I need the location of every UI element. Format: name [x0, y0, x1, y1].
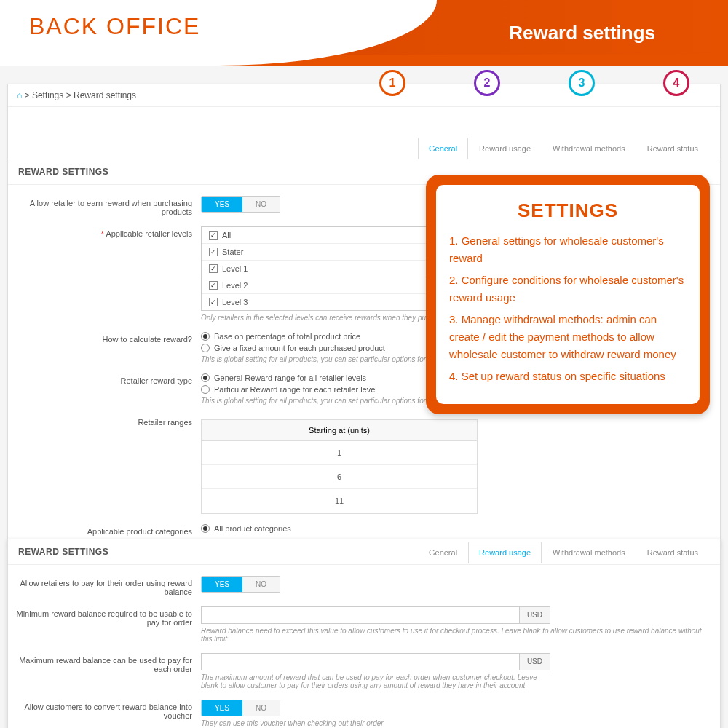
- levels-checklist: ✓All ✓Stater ✓Level 1 ✓Level 2 ✓Level 3: [201, 226, 434, 311]
- callout-title: SETTINGS: [449, 199, 687, 222]
- check-level3[interactable]: ✓Level 3: [202, 294, 433, 310]
- max-balance-help: The maximum amount of reward that can be…: [201, 673, 550, 689]
- check-stater[interactable]: ✓Stater: [202, 244, 433, 261]
- toggle3-yes[interactable]: YES: [202, 700, 242, 716]
- range-row-3[interactable]: 11: [202, 489, 477, 513]
- tabs-row: General Reward usage Withdrawal methods …: [8, 135, 720, 159]
- toggle-allow-pay[interactable]: YES NO: [201, 576, 280, 593]
- tab-general[interactable]: General: [418, 138, 468, 159]
- reward-usage-panel: REWARD SETTINGS General Reward usage Wit…: [7, 539, 721, 728]
- toggle-no[interactable]: NO: [242, 197, 280, 212]
- toggle2-no[interactable]: NO: [242, 577, 280, 592]
- label-allow-earn: Allow retailer to earn reward when purch…: [15, 196, 201, 216]
- label-reward-type: Retailer reward type: [15, 373, 201, 385]
- label-calculate: How to calculate reward?: [15, 332, 201, 344]
- range-row-2[interactable]: 6: [202, 465, 477, 489]
- toggle-allow-earn[interactable]: YES NO: [201, 196, 280, 213]
- label-convert: Allow customers to convert reward balanc…: [15, 700, 201, 720]
- toggle3-no[interactable]: NO: [242, 700, 280, 716]
- toggle2-yes[interactable]: YES: [202, 577, 242, 592]
- tab-reward-status[interactable]: Reward status: [636, 138, 709, 159]
- suffix-usd-2: USD: [520, 653, 550, 670]
- callout-item-4: 4. Set up reward status on specific situ…: [449, 368, 687, 385]
- input-min-balance[interactable]: [201, 606, 520, 624]
- check-all[interactable]: ✓All: [202, 227, 433, 244]
- breadcrumb-level1[interactable]: Settings: [32, 90, 63, 100]
- toggle-convert[interactable]: YES NO: [201, 700, 280, 716]
- label-categories: Applicable product categories: [15, 524, 201, 536]
- check-level1[interactable]: ✓Level 1: [202, 261, 433, 277]
- suffix-usd-1: USD: [520, 606, 550, 624]
- radio-all-categories[interactable]: All product categories: [201, 524, 705, 533]
- home-icon[interactable]: ⌂: [17, 90, 22, 100]
- tab2-general[interactable]: General: [418, 542, 468, 563]
- badge-3: 3: [569, 70, 595, 96]
- badge-2: 2: [474, 70, 500, 96]
- label-max-balance: Maximum reward balance can be used to pa…: [15, 653, 201, 673]
- label-levels: * Applicable retailer levels: [15, 226, 201, 238]
- tab-withdrawal[interactable]: Withdrawal methods: [542, 138, 636, 159]
- panel2-title: REWARD SETTINGS: [8, 539, 119, 564]
- badge-4: 4: [663, 70, 689, 96]
- breadcrumb-level2[interactable]: Reward settings: [74, 90, 136, 100]
- range-header: Starting at (units): [202, 420, 477, 441]
- callout-item-2: 2. Configure conditions for wholesale cu…: [449, 272, 687, 306]
- callout-item-3: 3. Manage withdrawal methods: admin can …: [449, 311, 687, 363]
- tab2-reward-status[interactable]: Reward status: [636, 542, 709, 563]
- toggle-yes[interactable]: YES: [202, 197, 242, 212]
- back-office-title: BACK OFFICE: [29, 13, 200, 40]
- label-ranges: Retailer ranges: [15, 415, 201, 427]
- convert-help: They can use this voucher when checking …: [201, 719, 705, 727]
- page-header: BACK OFFICE Reward settings: [0, 0, 728, 66]
- range-row-1[interactable]: 1: [202, 441, 477, 465]
- label-min-balance: Minimum reward balance required to be us…: [15, 606, 201, 627]
- tab2-reward-usage[interactable]: Reward usage: [468, 542, 542, 563]
- page-subtitle: Reward settings: [509, 22, 655, 44]
- min-balance-help: Reward balance need to exceed this value…: [201, 627, 705, 643]
- range-table: Starting at (units) 1 6 11: [201, 419, 478, 514]
- label-allow-pay: Allow retailers to pay for their order u…: [15, 576, 201, 596]
- step-badges: 1 2 3 4: [360, 70, 709, 99]
- tab2-withdrawal[interactable]: Withdrawal methods: [542, 542, 636, 563]
- callout-item-1: 1. General settings for wholesale custom…: [449, 232, 687, 267]
- badge-1: 1: [379, 70, 405, 96]
- input-max-balance[interactable]: [201, 653, 520, 670]
- check-level2[interactable]: ✓Level 2: [202, 277, 433, 294]
- settings-callout: SETTINGS 1. General settings for wholesa…: [426, 175, 710, 414]
- tab-reward-usage[interactable]: Reward usage: [468, 138, 542, 159]
